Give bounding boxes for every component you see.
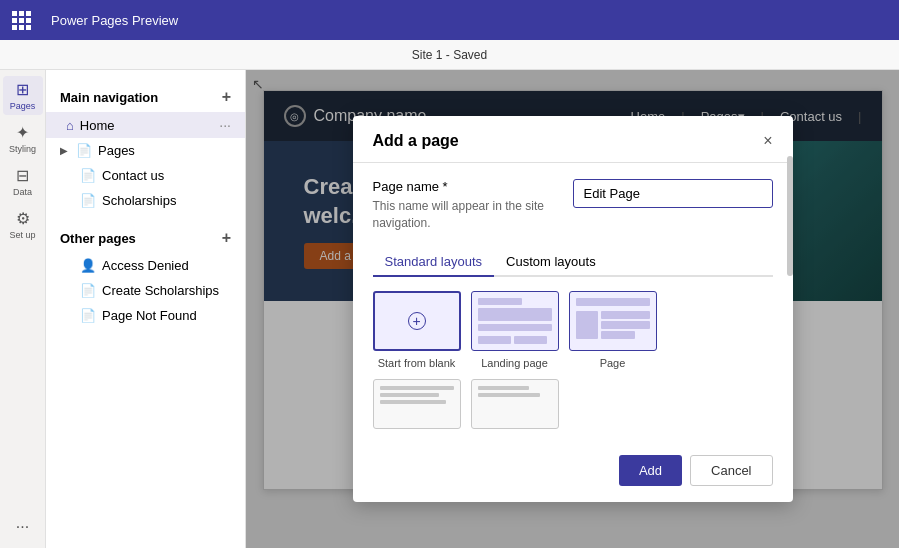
layout-name-landing: Landing page: [481, 357, 548, 369]
preview-area: ↖ ◎ Company name Home | Pages▾ | Contact…: [246, 70, 899, 548]
page-name-field-row: Page name * This name will appear in the…: [373, 179, 773, 232]
modal-header: Add a page ×: [353, 116, 793, 163]
custom-layout-card-2[interactable]: [471, 379, 559, 429]
rail-item-styling[interactable]: ✦ Styling: [3, 119, 43, 158]
sidebar: Main navigation + ⌂ Home ··· ▶ 📄 Pages 📄…: [46, 70, 246, 548]
nav-item-create-scholarships[interactable]: 📄 Create Scholarships: [46, 278, 245, 303]
layout-card-landing[interactable]: Landing page: [471, 291, 559, 369]
custom-layouts-row: [373, 379, 773, 429]
nav-label-contact-us: Contact us: [102, 168, 231, 183]
nav-item-contact-us[interactable]: 📄 Contact us: [46, 163, 245, 188]
add-other-pages-button[interactable]: +: [222, 229, 231, 247]
main-layout: ⊞ Pages ✦ Styling ⊟ Data ⚙ Set up ··· Ma…: [0, 70, 899, 548]
layout-thumb-blank: +: [373, 291, 461, 351]
standard-layouts-grid: + Start from blank: [373, 291, 773, 369]
create-scholarships-icon: 📄: [80, 283, 96, 298]
cancel-button[interactable]: Cancel: [690, 455, 772, 486]
data-icon: ⊟: [16, 166, 29, 185]
nav-item-access-denied[interactable]: 👤 Access Denied: [46, 253, 245, 278]
tab-standard-layouts[interactable]: Standard layouts: [373, 248, 495, 277]
page-name-field-left: Page name * This name will appear in the…: [373, 179, 553, 232]
pages-icon: ⊞: [16, 80, 29, 99]
page-not-found-icon: 📄: [80, 308, 96, 323]
nav-label-scholarships: Scholarships: [102, 193, 231, 208]
custom-layout-card-1[interactable]: [373, 379, 461, 429]
statusbar: Site 1 - Saved: [0, 40, 899, 70]
layout-thumb-page: [569, 291, 657, 351]
plus-circle-icon: +: [408, 312, 426, 330]
nav-item-home[interactable]: ⌂ Home ···: [46, 112, 245, 138]
status-text: Site 1 - Saved: [412, 48, 487, 62]
tab-custom-layouts[interactable]: Custom layouts: [494, 248, 608, 277]
page-name-label: Page name *: [373, 179, 553, 194]
add-main-nav-button[interactable]: +: [222, 88, 231, 106]
setup-icon: ⚙: [16, 209, 30, 228]
modal-body: Page name * This name will appear in the…: [353, 163, 793, 445]
modal-footer: Add Cancel: [353, 445, 793, 502]
main-nav-header: Main navigation +: [46, 82, 245, 112]
nav-label-home: Home: [80, 118, 213, 133]
rail-item-setup[interactable]: ⚙ Set up: [3, 205, 43, 244]
rail-label-styling: Styling: [9, 144, 36, 154]
nav-item-pages[interactable]: ▶ 📄 Pages: [46, 138, 245, 163]
modal-close-button[interactable]: ×: [763, 132, 772, 150]
layout-name-blank: Start from blank: [378, 357, 456, 369]
other-pages-title: Other pages: [60, 231, 136, 246]
topbar: Power Pages Preview: [0, 0, 899, 40]
icon-rail: ⊞ Pages ✦ Styling ⊟ Data ⚙ Set up ···: [0, 70, 46, 548]
page-name-input-wrapper: [573, 179, 773, 208]
nav-label-page-not-found: Page Not Found: [102, 308, 231, 323]
nav-item-page-not-found[interactable]: 📄 Page Not Found: [46, 303, 245, 328]
nav-label-pages: Pages: [98, 143, 231, 158]
rail-item-data[interactable]: ⊟ Data: [3, 162, 43, 201]
nav-item-scholarships[interactable]: 📄 Scholarships: [46, 188, 245, 213]
add-button[interactable]: Add: [619, 455, 682, 486]
scholarships-page-icon: 📄: [80, 193, 96, 208]
page-icon: 📄: [76, 143, 92, 158]
home-icon: ⌂: [66, 118, 74, 133]
page-name-hint: This name will appear in the site naviga…: [373, 198, 553, 232]
styling-icon: ✦: [16, 123, 29, 142]
nav-label-access-denied: Access Denied: [102, 258, 231, 273]
layout-thumb-landing: [471, 291, 559, 351]
rail-label-pages: Pages: [10, 101, 36, 111]
modal-scrollbar[interactable]: [787, 156, 793, 276]
custom-thumb-2: [471, 379, 559, 429]
rail-item-pages[interactable]: ⊞ Pages: [3, 76, 43, 115]
grid-icon: [12, 11, 41, 30]
home-more-button[interactable]: ···: [219, 117, 231, 133]
layouts-tab-row: Standard layouts Custom layouts: [373, 248, 773, 277]
layout-card-page[interactable]: Page: [569, 291, 657, 369]
main-nav-title: Main navigation: [60, 90, 158, 105]
app-title: Power Pages Preview: [51, 13, 178, 28]
page-name-input[interactable]: [573, 179, 773, 208]
more-icon: ···: [16, 518, 29, 536]
rail-label-data: Data: [13, 187, 32, 197]
layout-card-blank[interactable]: + Start from blank: [373, 291, 461, 369]
other-pages-header: Other pages +: [46, 223, 245, 253]
expand-arrow-icon: ▶: [60, 145, 68, 156]
nav-label-create-scholarships: Create Scholarships: [102, 283, 231, 298]
layout-name-page: Page: [600, 357, 626, 369]
add-page-modal: Add a page × Page name * This name will …: [353, 116, 793, 502]
rail-item-more[interactable]: ···: [3, 514, 43, 540]
modal-overlay: Add a page × Page name * This name will …: [246, 70, 899, 548]
rail-label-setup: Set up: [9, 230, 35, 240]
contact-page-icon: 📄: [80, 168, 96, 183]
modal-title: Add a page: [373, 132, 459, 150]
custom-thumb-1: [373, 379, 461, 429]
access-denied-icon: 👤: [80, 258, 96, 273]
